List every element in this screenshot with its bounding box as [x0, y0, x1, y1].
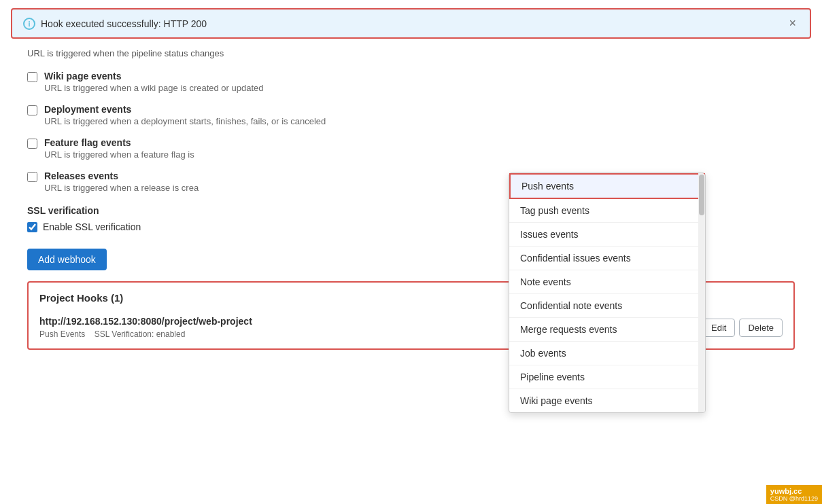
delete-button[interactable]: Delete — [739, 319, 783, 337]
wiki-page-events-checkbox[interactable] — [27, 72, 37, 82]
feature-flag-events-desc: URL is triggered when a feature flag is — [44, 149, 194, 160]
feature-flag-events-label: Feature flag events — [44, 137, 194, 148]
dropdown-item-confidential-note-events[interactable]: Confidential note events — [509, 294, 705, 318]
releases-events-label: Releases events — [44, 170, 199, 181]
watermark: yuwbj.cc CSDN @hrd1129 — [766, 485, 822, 504]
wiki-page-events-item: Wiki page events URL is triggered when a… — [27, 71, 795, 93]
releases-events-desc: URL is triggered when a release is crea — [44, 183, 199, 193]
ssl-verification-label: Enable SSL verification — [43, 221, 141, 232]
alert-banner: i Hook executed successfully: HTTP 200 × — [11, 8, 811, 39]
dropdown-item-push-events[interactable]: Push events — [509, 173, 705, 199]
alert-content: i Hook executed successfully: HTTP 200 — [23, 18, 207, 30]
deployment-events-label: Deployment events — [44, 104, 326, 115]
scrollbar-thumb — [699, 175, 704, 215]
alert-message: Hook executed successfully: HTTP 200 — [41, 18, 207, 29]
dropdown-item-confidential-issues-events[interactable]: Confidential issues events — [509, 247, 705, 270]
info-icon: i — [23, 18, 35, 30]
scrollbar[interactable] — [698, 173, 705, 412]
edit-button[interactable]: Edit — [702, 319, 735, 337]
feature-flag-events-item: Feature flag events URL is triggered whe… — [27, 137, 795, 160]
deployment-events-desc: URL is triggered when a deployment start… — [44, 116, 326, 126]
alert-close-button[interactable]: × — [786, 16, 799, 31]
ssl-verification-checkbox[interactable] — [27, 222, 37, 232]
add-webhook-button[interactable]: Add webhook — [27, 249, 107, 270]
deployment-events-item: Deployment events URL is triggered when … — [27, 104, 795, 126]
feature-flag-events-checkbox[interactable] — [27, 139, 37, 149]
dropdown-item-issues-events[interactable]: Issues events — [509, 223, 705, 247]
dropdown-item-wiki-page-events[interactable]: Wiki page events — [509, 389, 705, 412]
dropdown-item-merge-requests-events[interactable]: Merge requests events — [509, 318, 705, 342]
watermark-line2: CSDN @hrd1129 — [770, 495, 818, 502]
deployment-events-checkbox[interactable] — [27, 105, 37, 115]
hook-meta-ssl: SSL Verification: enabled — [95, 329, 186, 339]
wiki-page-events-desc: URL is triggered when a wiki page is cre… — [44, 83, 264, 93]
hook-meta-push: Push Events — [39, 329, 85, 339]
dropdown-item-pipeline-events[interactable]: Pipeline events — [509, 365, 705, 389]
watermark-line1: yuwbj.cc — [770, 487, 818, 495]
dropdown-item-tag-push-events[interactable]: Tag push events — [509, 199, 705, 223]
wiki-page-events-label: Wiki page events — [44, 71, 264, 82]
dropdown-item-job-events[interactable]: Job events — [509, 342, 705, 365]
pipeline-status-desc: URL is triggered when the pipeline statu… — [27, 47, 795, 58]
events-dropdown: Push events Tag push events Issues event… — [509, 173, 706, 413]
dropdown-item-note-events[interactable]: Note events — [509, 270, 705, 294]
releases-events-checkbox[interactable] — [27, 172, 37, 182]
